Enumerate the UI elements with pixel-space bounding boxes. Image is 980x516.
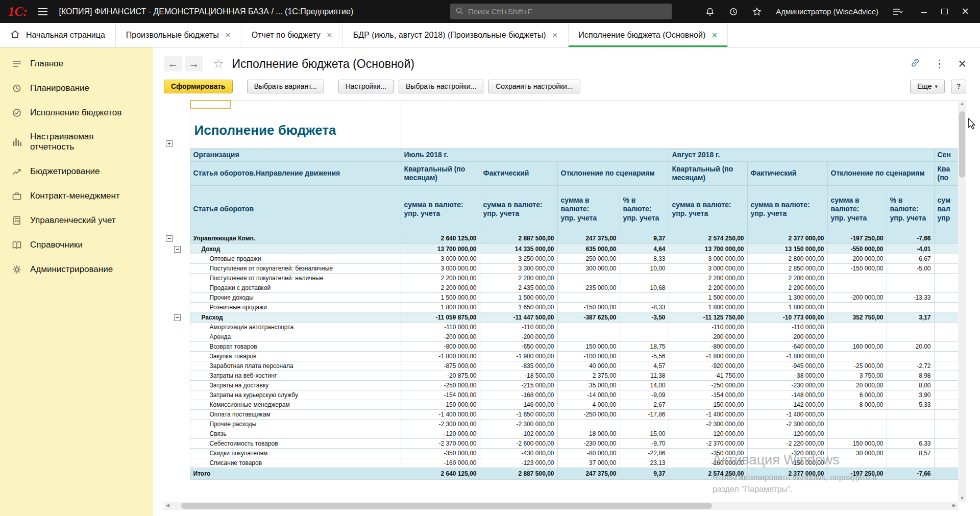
search-icon	[455, 7, 463, 17]
table-row[interactable]: Списание товаров-160 000,00-123 000,0037…	[164, 458, 958, 468]
table-row[interactable]: Комиссионные менеджерам-150 000,00-146 0…	[164, 400, 958, 410]
table-row[interactable]: Оптовые продажи3 000 000,003 250 000,002…	[164, 254, 958, 264]
table-row[interactable]: Связь-120 000,00-102 000,0018 000,0015,0…	[164, 429, 958, 439]
horizontal-scrollbar[interactable]: ◀ ▶	[164, 502, 958, 510]
more-actions-kebab-icon[interactable]: ⋮	[934, 58, 945, 70]
scroll-left-icon[interactable]: ◀	[166, 503, 169, 508]
sidebar-item-label: Планирование	[30, 83, 89, 93]
sidebar-item-5[interactable]: Бюджетирование	[0, 159, 153, 184]
table-row[interactable]: −Управляющая Комп.2 640 125,002 887 500,…	[164, 233, 958, 244]
minimize-button[interactable]: –	[921, 7, 927, 16]
global-search[interactable]	[450, 4, 672, 19]
report-nav: ← → ☆ Исполнение бюджета (Основной) ⋮ ×	[164, 53, 966, 75]
table-row[interactable]: Аренда-200 000,00-200 000,00-200 000,00-…	[164, 332, 958, 342]
maximize-button[interactable]	[941, 9, 948, 14]
forward-button[interactable]: →	[185, 56, 203, 71]
table-row[interactable]: Затраты на курьерскую службу-154 000,00-…	[164, 390, 958, 400]
tab-1[interactable]: Произвольные бюджеты×	[116, 23, 241, 47]
collapse-row-icon[interactable]: −	[166, 235, 173, 242]
tab-label: Исполнение бюджета (Основной)	[579, 31, 706, 40]
tab-close-icon[interactable]: ×	[327, 30, 332, 40]
generate-button[interactable]: Сформировать	[164, 80, 233, 93]
back-button[interactable]: ←	[164, 56, 182, 71]
service-menu-icon[interactable]	[893, 8, 903, 16]
search-input[interactable]	[468, 7, 667, 16]
main-menu-icon[interactable]	[38, 8, 48, 16]
contracts-icon	[11, 190, 22, 202]
table-row[interactable]: Розничные продажи1 800 000,001 650 000,0…	[164, 303, 958, 312]
collapse-row-icon[interactable]: −	[174, 246, 181, 253]
sidebar-item-4[interactable]: Настраиваемая отчетность	[0, 125, 153, 159]
tab-label: Произвольные бюджеты	[126, 31, 219, 40]
table-row[interactable]: Продажи с доставкой2 200 000,002 435 000…	[164, 283, 958, 293]
table-row[interactable]: Оплата поставщикам-1 400 000,00-1 650 00…	[164, 410, 958, 420]
table-row[interactable]: Затраты на веб-хостинг-20 875,00-18 500,…	[164, 371, 958, 381]
sidebar-item-6[interactable]: Контракт-менеджмент	[0, 184, 153, 208]
tab-4[interactable]: Исполнение бюджета (Основной)×	[569, 23, 728, 47]
close-window-button[interactable]: ×	[962, 6, 969, 17]
tab-close-icon[interactable]: ×	[552, 30, 557, 40]
choose-settings-button[interactable]: Выбрать настройки...	[399, 80, 483, 93]
sidebar-item-3[interactable]: Исполнение бюджетов	[0, 101, 153, 125]
close-report-icon[interactable]: ×	[958, 57, 966, 71]
tab-label: БДР (июль, август 2018) (Произвольные бю…	[353, 31, 546, 40]
tab-strip: Начальная страница Произвольные бюджеты×…	[0, 23, 980, 47]
table-row[interactable]: Поступления от покупателей: наличные2 20…	[164, 274, 958, 283]
table-row[interactable]: Прочие расходы-2 300 000,00-2 300 000,00…	[164, 420, 958, 429]
tab-label: Отчет по бюджету	[252, 31, 321, 40]
sidebar-item-label: Администрирование	[30, 264, 113, 275]
table-row[interactable]: Возврат товаров-800 000,00-650 000,00150…	[164, 342, 958, 352]
tab-home[interactable]: Начальная страница	[0, 23, 116, 47]
table-row[interactable]: −Расход-11 059 875,00-11 447 500,00-387 …	[164, 312, 958, 323]
home-icon	[10, 30, 20, 41]
main-sections-icon	[11, 58, 22, 69]
sidebar-item-1[interactable]: Главное	[0, 52, 153, 76]
sidebar-item-2[interactable]: Планирование	[0, 76, 153, 101]
table-row[interactable]: Себестоимость товаров-2 370 000,00-2 600…	[164, 439, 958, 449]
favorites-star-icon[interactable]	[752, 7, 762, 16]
save-settings-button[interactable]: Сохранить настройки...	[488, 80, 580, 93]
tab-close-icon[interactable]: ×	[225, 30, 231, 40]
expand-columns-icon[interactable]: +	[166, 140, 173, 147]
choose-variant-button[interactable]: Выбрать вариант...	[247, 80, 324, 93]
vertical-scroll-thumb[interactable]	[959, 111, 965, 178]
help-button[interactable]: ?	[951, 80, 966, 93]
table-row[interactable]: Скидки покупателям-350 000,00-430 000,00…	[164, 449, 958, 458]
current-user[interactable]: Администратор (WiseAdvice)	[776, 7, 878, 16]
get-link-icon[interactable]	[910, 57, 921, 70]
tab-2[interactable]: Отчет по бюджету×	[241, 23, 343, 47]
notifications-bell-icon[interactable]	[705, 7, 715, 16]
sidebar-item-9[interactable]: Администрирование	[0, 257, 153, 282]
table-row[interactable]: Закупка товаров-1 800 000,00-1 900 000,0…	[164, 352, 958, 361]
history-icon[interactable]	[729, 7, 738, 16]
sidebar-item-8[interactable]: Справочники	[0, 233, 153, 257]
add-favorite-star-icon[interactable]: ☆	[213, 57, 224, 71]
sidebar-item-7[interactable]: Управленческий учет	[0, 208, 153, 233]
more-button[interactable]: Еще▾	[910, 80, 945, 93]
sidebar-item-label: Главное	[30, 59, 63, 69]
mouse-cursor	[967, 118, 977, 132]
window-title: [КОПИЯ] ФИНАНСИСТ - ДЕМОНСТРАЦИОННАЯ БАЗ…	[59, 7, 354, 16]
tab-close-icon[interactable]: ×	[712, 30, 717, 40]
vertical-scrollbar[interactable]: ▲ ▼	[958, 100, 966, 502]
scroll-down-icon[interactable]: ▼	[958, 496, 966, 501]
table-row[interactable]: Заработная плата персонала-875 000,00-83…	[164, 361, 958, 371]
sidebar-item-label: Бюджетирование	[30, 166, 100, 177]
window-titlebar: 1С: [КОПИЯ] ФИНАНСИСТ - ДЕМОНСТРАЦИОННАЯ…	[0, 0, 980, 23]
horizontal-scroll-thumb[interactable]	[181, 503, 712, 509]
tab-3[interactable]: БДР (июль, август 2018) (Произвольные бю…	[343, 23, 569, 47]
table-row[interactable]: Амортизация автотранспорта-110 000,00-11…	[164, 323, 958, 332]
1c-logo: 1С:	[8, 5, 28, 19]
scroll-up-icon[interactable]: ▲	[958, 101, 966, 106]
budget-execution-icon	[11, 107, 22, 118]
table-row[interactable]: Прочие доходы1 500 000,001 500 000,001 5…	[164, 293, 958, 303]
table-row[interactable]: Поступления от покупателей: безналичные3…	[164, 264, 958, 274]
scroll-right-icon[interactable]: ▶	[952, 503, 956, 508]
table-row[interactable]: Итого2 640 125,002 887 500,00247 375,009…	[164, 468, 958, 480]
table-row[interactable]: −Доход13 700 000,0014 335 000,00635 000,…	[164, 244, 958, 254]
settings-button[interactable]: Настройки...	[338, 80, 394, 93]
sidebar-item-label: Управленческий учет	[30, 215, 116, 226]
collapse-row-icon[interactable]: −	[174, 314, 181, 321]
report-toolbar: Сформировать Выбрать вариант... Настройк…	[164, 78, 966, 94]
table-row[interactable]: Затраты на доставку-250 000,00-215 000,0…	[164, 381, 958, 390]
